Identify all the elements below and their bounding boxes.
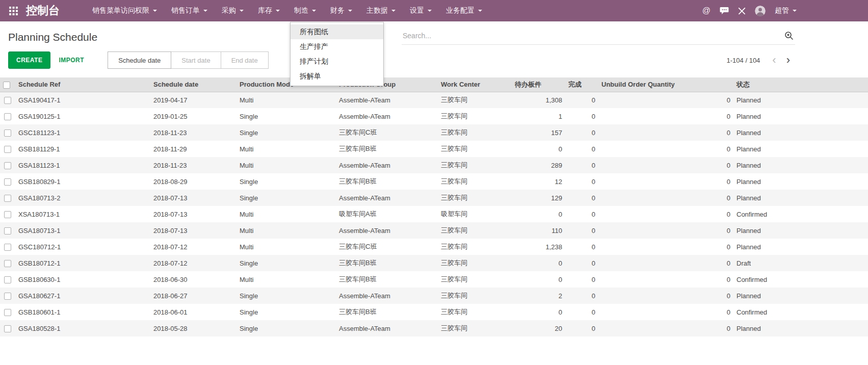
row-checkbox[interactable] [4,276,11,283]
cell-pending-panels: 0 [512,206,565,222]
menu-manufacturing[interactable]: 制造 [287,0,323,21]
cell-production-mode: Single [236,255,336,271]
apps-grid-icon[interactable] [9,7,18,15]
row-checkbox[interactable] [4,129,11,137]
row-checkbox[interactable] [4,178,11,186]
table-row[interactable]: GSB180630-12018-06-30Multi三胶车间B班三胶车间000C… [0,271,868,288]
cell-done: 0 [565,190,598,206]
pager-previous-button[interactable]: ‹ [767,55,781,66]
end-date-filter-button[interactable]: End date [221,51,269,69]
menu-sales-order[interactable]: 销售订单 [164,0,215,21]
menu-inventory[interactable]: 库存 [251,0,287,21]
cell-schedule-date: 2019-01-25 [150,108,236,124]
cell-schedule-date: 2019-04-17 [150,92,236,108]
cell-done: 0 [565,157,598,173]
dropdown-item-production-scheduling[interactable]: 生产排产 [291,39,383,54]
cell-production-group: 三胶车间B班 [336,173,438,190]
cell-schedule-date: 2018-06-01 [150,304,236,320]
table-row[interactable]: GSB181129-12018-11-29Multi三胶车间B班三胶车间000P… [0,141,868,157]
menu-finance[interactable]: 财务 [323,0,359,21]
menu-master-data[interactable]: 主数据 [359,0,403,21]
cell-unbuild-order-quantity: 0 [598,190,733,206]
column-header-schedule-ref[interactable]: Schedule Ref [15,77,150,92]
cell-production-mode: Single [236,288,336,304]
cell-work-center: 三胶车间 [438,141,512,157]
chevron-down-icon [276,10,280,12]
create-button[interactable]: CREATE [8,51,50,69]
table-row[interactable]: GSA190417-12019-04-17MultiAssemble-ATeam… [0,92,868,108]
cell-schedule-date: 2018-08-29 [150,173,236,190]
row-checkbox[interactable] [4,97,11,104]
row-checkbox[interactable] [4,211,11,218]
row-checkbox[interactable] [4,293,11,300]
menu-purchase[interactable]: 采购 [215,0,251,21]
column-header-pending-panels[interactable]: 待办板件 [512,77,565,92]
row-checkbox[interactable] [4,113,11,120]
cell-done: 0 [565,124,598,141]
row-checkbox[interactable] [4,162,11,169]
table-row[interactable]: GSB180601-12018-06-01Single三胶车间B班三胶车间000… [0,304,868,320]
cell-production-mode: Multi [236,222,336,239]
cell-pending-panels: 0 [512,141,565,157]
cell-done: 0 [565,92,598,108]
pager-next-button[interactable]: › [781,55,795,66]
row-checkbox[interactable] [4,195,11,202]
import-button[interactable]: IMPORT [59,57,84,64]
row-checkbox[interactable] [4,146,11,153]
cell-unbuild-order-quantity: 0 [598,173,733,190]
menu-settings[interactable]: 设置 [403,0,439,21]
menu-label: 销售订单 [171,6,200,15]
column-header-status[interactable]: 状态 [733,77,868,92]
dropdown-item-scheduling-plan[interactable]: 排产计划 [291,54,383,69]
user-avatar[interactable] [755,6,766,16]
user-menu[interactable]: 超管 [775,6,797,15]
table-row[interactable]: GSC180712-12018-07-12Multi三胶车间C班三胶车间1,23… [0,239,868,255]
column-header-done[interactable]: 完成 [565,77,598,92]
row-checkbox[interactable] [4,260,11,267]
tools-icon[interactable] [738,7,746,15]
column-header-work-center[interactable]: Work Center [438,77,512,92]
chevron-down-icon [391,10,396,12]
app-title[interactable]: 控制台 [26,3,60,18]
table-row[interactable]: XSA180713-12018-07-13Multi吸塑车间A班吸塑车间000C… [0,206,868,222]
menu-sales-access[interactable]: 销售菜单访问权限 [85,0,164,21]
schedule-date-filter-button[interactable]: Schedule date [108,51,171,69]
menu-label: 财务 [330,6,345,15]
row-checkbox[interactable] [4,309,11,316]
start-date-filter-button[interactable]: Start date [171,51,221,69]
table-row[interactable]: GSA180713-22018-07-13SingleAssemble-ATea… [0,190,868,206]
table-row[interactable]: GSC181123-12018-11-23Single三胶车间C班三胶车间157… [0,124,868,141]
table-row[interactable]: GSA180713-12018-07-13MultiAssemble-ATeam… [0,222,868,239]
table-row[interactable]: GSA180627-12018-06-27SingleAssemble-ATea… [0,288,868,304]
cell-done: 0 [565,173,598,190]
menu-label: 业务配置 [446,6,475,15]
cell-status: Planned [733,288,868,304]
search-input[interactable] [403,32,784,40]
row-checkbox[interactable] [4,244,11,251]
chevron-down-icon [428,10,432,12]
row-checkbox[interactable] [4,325,11,332]
column-header-unbuild-order-quantity[interactable]: Unbuild Order Quantity [598,77,733,92]
cell-pending-panels: 289 [512,157,565,173]
menu-label: 设置 [410,6,424,15]
table-row[interactable]: GSB180829-12018-08-29Single三胶车间B班三胶车间120… [0,173,868,190]
cell-production-mode: Single [236,320,336,336]
table-row[interactable]: GSA180528-12018-05-28SingleAssemble-ATea… [0,320,868,336]
cell-schedule-ref: GSB180712-1 [15,255,150,271]
cell-schedule-ref: GSB181129-1 [15,141,150,157]
dropdown-item-unbuild-order[interactable]: 拆解单 [291,69,383,84]
select-all-checkbox[interactable] [3,82,10,89]
dropdown-item-all-drawings[interactable]: 所有图纸 [291,24,383,39]
cell-schedule-ref: GSB180829-1 [15,173,150,190]
search-icon[interactable] [784,31,794,41]
search-bar [402,30,795,45]
chat-icon[interactable] [720,7,729,15]
table-row[interactable]: GSA181123-12018-11-23MultiAssemble-ATeam… [0,157,868,173]
menu-business-config[interactable]: 业务配置 [439,0,489,21]
column-header-schedule-date[interactable]: Schedule date [150,77,236,92]
table-row[interactable]: GSB180712-12018-07-12Single三胶车间B班三胶车间000… [0,255,868,271]
row-checkbox[interactable] [4,227,11,234]
table-row[interactable]: GSA190125-12019-01-25SingleAssemble-ATea… [0,108,868,124]
cell-unbuild-order-quantity: 0 [598,222,733,239]
mentions-icon[interactable]: @ [702,6,711,15]
